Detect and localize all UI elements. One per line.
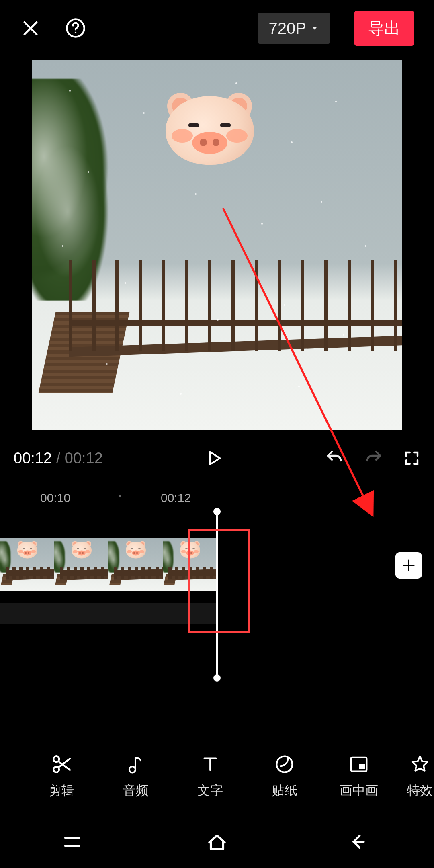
resolution-label: 720P <box>269 19 306 37</box>
tool-bar: 剪辑 音频 文字 贴纸 画中画 特效 <box>0 752 434 800</box>
close-icon <box>20 18 41 39</box>
clip-thumbnail <box>108 538 163 591</box>
system-nav-bar <box>0 816 434 868</box>
video-preview[interactable] <box>32 60 402 430</box>
back-icon <box>350 830 374 854</box>
sticker-icon <box>274 754 295 775</box>
time-total: 00:12 <box>65 450 103 467</box>
svg-point-5 <box>129 766 135 772</box>
tool-label: 剪辑 <box>49 782 74 800</box>
music-note-icon <box>125 754 146 775</box>
fullscreen-icon <box>403 450 420 467</box>
export-button[interactable]: 导出 <box>354 11 414 46</box>
plus-icon <box>401 558 416 573</box>
fullscreen-button[interactable] <box>403 450 420 467</box>
tool-label: 文字 <box>197 782 223 800</box>
ruler-mark: 00:12 <box>161 491 191 505</box>
tool-edit[interactable]: 剪辑 <box>24 752 98 800</box>
redo-icon <box>364 448 383 468</box>
tool-pip[interactable]: 画中画 <box>321 752 396 800</box>
tool-effect[interactable]: 特效 <box>396 752 434 800</box>
playback-bar: 00:12 / 00:12 <box>0 434 434 482</box>
help-button[interactable] <box>65 18 86 39</box>
undo-button[interactable] <box>325 448 344 468</box>
redo-button[interactable] <box>364 448 383 468</box>
top-bar: 720P 导出 <box>0 0 434 56</box>
play-button[interactable] <box>205 449 223 467</box>
preview-area <box>0 56 434 434</box>
tool-label: 画中画 <box>340 782 378 800</box>
video-clip[interactable] <box>0 538 217 591</box>
svg-rect-8 <box>359 764 365 769</box>
tool-sticker[interactable]: 贴纸 <box>247 752 321 800</box>
time-current: 00:12 <box>14 450 52 467</box>
svg-point-1 <box>75 32 76 33</box>
help-icon <box>65 18 86 39</box>
home-icon <box>205 829 229 854</box>
nav-menu-button[interactable] <box>0 816 145 868</box>
tool-label: 音频 <box>123 782 149 800</box>
annotation-highlight <box>188 529 250 633</box>
ruler-tick <box>119 495 121 497</box>
nav-home-button[interactable] <box>145 816 289 868</box>
star-icon <box>409 754 430 775</box>
audio-track[interactable] <box>0 603 217 624</box>
undo-icon <box>325 448 344 468</box>
export-label: 导出 <box>368 19 400 37</box>
tool-text[interactable]: 文字 <box>173 752 247 800</box>
text-icon <box>200 754 220 774</box>
chevron-down-icon <box>310 24 319 33</box>
tool-label: 特效 <box>407 782 433 800</box>
play-icon <box>205 449 223 467</box>
resolution-dropdown[interactable]: 720P <box>258 13 330 44</box>
nav-back-button[interactable] <box>289 816 434 868</box>
scissors-icon <box>50 753 73 776</box>
tool-label: 贴纸 <box>272 782 297 800</box>
clip-thumbnail <box>0 538 54 591</box>
timeline[interactable] <box>0 514 434 675</box>
tool-audio[interactable]: 音频 <box>98 752 173 800</box>
close-button[interactable] <box>20 18 41 39</box>
add-clip-button[interactable] <box>395 552 422 579</box>
ruler-mark: 00:10 <box>40 491 70 505</box>
clip-thumbnail <box>54 538 108 591</box>
time-display: 00:12 / 00:12 <box>14 450 103 467</box>
pig-sticker <box>166 96 254 172</box>
menu-icon <box>60 830 84 854</box>
pip-icon <box>348 754 369 775</box>
